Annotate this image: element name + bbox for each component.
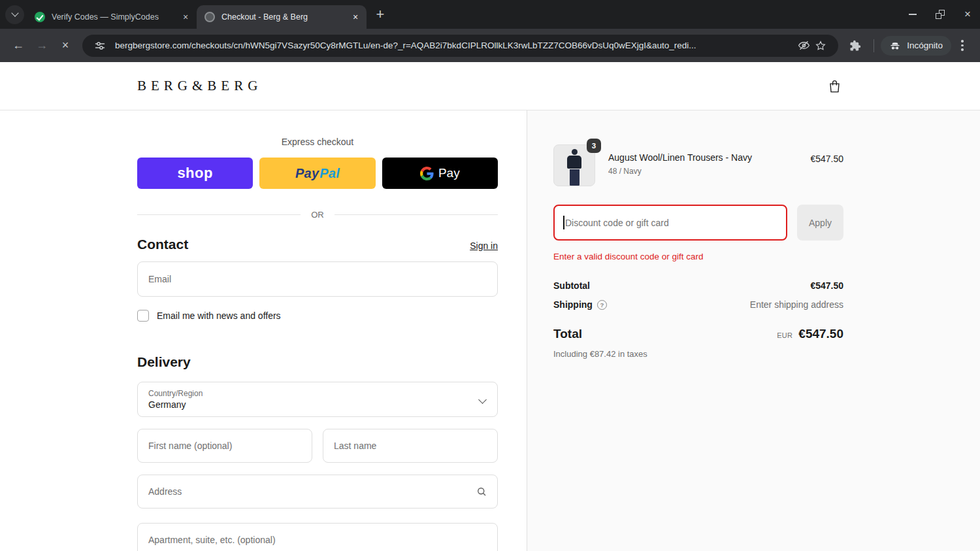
bookmark-star-icon[interactable] xyxy=(812,37,829,54)
window-controls: × xyxy=(908,0,972,29)
subtotal-label: Subtotal xyxy=(553,280,590,291)
restore-button[interactable] xyxy=(936,10,945,19)
or-divider: OR xyxy=(137,210,498,220)
omnibox[interactable]: bergbergstore.com/checkouts/cn/hWN5gi7VS… xyxy=(82,35,838,57)
order-summary-pane: 3 August Wool/Linen Trousers - Navy 48 /… xyxy=(527,110,980,551)
simplycodes-favicon-icon xyxy=(35,12,45,22)
paypal-button[interactable]: PayPal xyxy=(259,158,375,189)
total-label: Total xyxy=(553,327,582,341)
cart-button[interactable] xyxy=(827,78,842,93)
forward-button[interactable]: → xyxy=(30,34,54,58)
first-name-field[interactable] xyxy=(137,429,312,463)
url-text[interactable]: bergbergstore.com/checkouts/cn/hWN5gi7VS… xyxy=(115,41,789,50)
store-header: BERG&BERG xyxy=(0,62,980,110)
password-eye-off-icon[interactable] xyxy=(795,37,812,54)
paypal-logo: Pay xyxy=(295,166,319,181)
shipping-value: Enter shipping address xyxy=(750,299,843,310)
incognito-badge: Incógnito xyxy=(881,36,951,56)
berg-favicon-icon xyxy=(204,12,215,22)
close-window-button[interactable]: × xyxy=(963,10,972,19)
email-field[interactable] xyxy=(137,261,498,297)
checkout-page: BERG&BERG Express checkout shop PayPal xyxy=(0,62,980,551)
stop-loading-button[interactable]: × xyxy=(54,34,77,58)
browser-menu-icon[interactable] xyxy=(951,35,973,57)
minimize-button[interactable] xyxy=(908,10,917,19)
chevron-down-icon xyxy=(478,395,487,404)
delivery-heading: Delivery xyxy=(137,354,191,370)
cart-bag-icon xyxy=(827,78,842,93)
incognito-label: Incógnito xyxy=(907,41,943,50)
country-label: Country/Region xyxy=(148,389,203,398)
product-variant: 48 / Navy xyxy=(608,167,802,176)
address-field[interactable] xyxy=(137,475,498,509)
google-g-icon xyxy=(420,167,434,180)
browser-toolbar: ← → × bergbergstore.com/checkouts/cn/hWN… xyxy=(0,29,980,62)
tab-search-button[interactable] xyxy=(5,5,24,24)
tab-title: Verify Codes — SimplyCodes xyxy=(52,12,174,22)
tab-checkout-berg[interactable]: Checkout - Berg & Berg × xyxy=(197,5,367,29)
sign-in-link[interactable]: Sign in xyxy=(470,241,498,251)
checkout-main: Express checkout shop PayPal Pay xyxy=(0,110,980,551)
total-value: €547.50 xyxy=(798,327,843,341)
discount-code-field[interactable] xyxy=(553,205,787,241)
browser-titlebar: Verify Codes — SimplyCodes × Checkout - … xyxy=(0,0,980,29)
extensions-puzzle-icon[interactable] xyxy=(843,34,867,58)
tab-close-icon[interactable]: × xyxy=(180,11,191,23)
discount-section: Apply xyxy=(553,205,843,241)
product-price: €547.50 xyxy=(810,144,843,164)
apply-discount-button[interactable]: Apply xyxy=(797,205,843,241)
shipping-label: Shipping xyxy=(553,299,593,310)
text-caret xyxy=(563,216,564,229)
country-value: Germany xyxy=(148,399,203,410)
google-pay-button[interactable]: Pay xyxy=(382,158,498,189)
new-tab-button[interactable]: + xyxy=(370,5,390,24)
shipping-help-icon[interactable]: ? xyxy=(597,300,607,310)
shop-pay-button[interactable]: shop xyxy=(137,158,253,189)
cart-line-item: 3 August Wool/Linen Trousers - Navy 48 /… xyxy=(553,144,843,186)
subtotal-value: €547.50 xyxy=(810,280,843,291)
tab-strip: Verify Codes — SimplyCodes × Checkout - … xyxy=(27,5,367,29)
tab-close-icon[interactable]: × xyxy=(350,11,361,23)
close-icon: × xyxy=(964,10,971,19)
taxes-note: Including €87.42 in taxes xyxy=(553,349,843,359)
apartment-field[interactable] xyxy=(137,523,498,551)
tab-title: Checkout - Berg & Berg xyxy=(221,12,344,22)
cost-summary: Subtotal €547.50 Shipping ? Enter shippi… xyxy=(553,280,843,359)
product-name: August Wool/Linen Trousers - Navy xyxy=(608,152,802,163)
store-logo[interactable]: BERG&BERG xyxy=(137,78,262,94)
tab-simplycodes[interactable]: Verify Codes — SimplyCodes × xyxy=(27,5,197,29)
last-name-field[interactable] xyxy=(323,429,498,463)
search-icon xyxy=(476,486,487,497)
minimize-icon xyxy=(909,14,917,15)
discount-error-message: Enter a valid discount code or gift card xyxy=(553,252,843,261)
chevron-down-icon xyxy=(11,9,18,16)
quantity-badge: 3 xyxy=(587,139,601,153)
newsletter-opt-in[interactable]: Email me with news and offers xyxy=(137,310,498,322)
contact-heading: Contact xyxy=(137,237,188,252)
checkout-form-pane: Express checkout shop PayPal Pay xyxy=(0,110,527,551)
newsletter-label: Email me with news and offers xyxy=(157,310,281,321)
express-checkout-title: Express checkout xyxy=(137,137,498,147)
currency-code: EUR xyxy=(777,331,792,339)
country-select[interactable]: Country/Region Germany xyxy=(137,382,498,417)
newsletter-checkbox[interactable] xyxy=(137,310,149,322)
site-info-icon[interactable] xyxy=(91,37,108,54)
toolbar-separator xyxy=(874,39,874,52)
back-button[interactable]: ← xyxy=(7,34,30,58)
incognito-icon xyxy=(889,40,901,52)
express-buttons: shop PayPal Pay xyxy=(137,158,498,189)
